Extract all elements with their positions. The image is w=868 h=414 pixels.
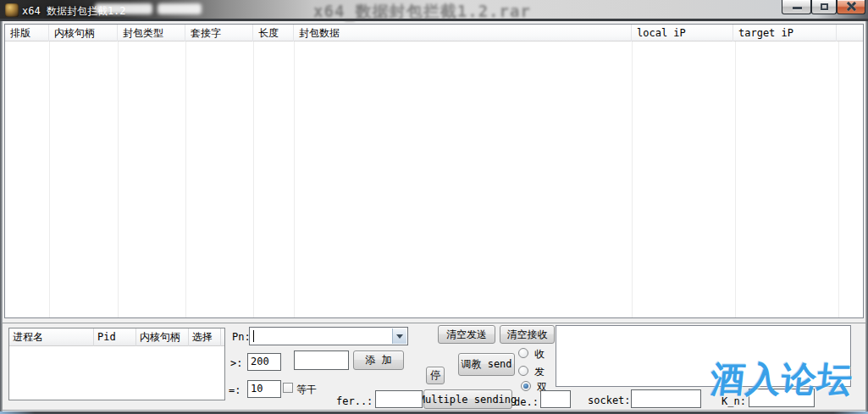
process-table[interactable]: 进程名 Pid 内核句柄 选择 xyxy=(8,328,225,400)
maximize-button[interactable] xyxy=(811,0,837,14)
maximize-icon xyxy=(821,3,828,10)
clear-receive-button[interactable]: 清空接收 xyxy=(500,325,555,344)
column-header-pid[interactable]: Pid xyxy=(94,328,136,346)
column-separator xyxy=(253,41,254,317)
equals-input[interactable]: 10 xyxy=(247,380,281,398)
packet-list-header: 排版 内核句柄 封包类型 套接字 长度 封包数据 local iP target… xyxy=(5,25,863,41)
column-separator xyxy=(838,41,839,317)
redacted-blur xyxy=(95,3,152,14)
stop-button[interactable]: 停 xyxy=(426,367,445,384)
pn-label: Pn: xyxy=(232,331,251,343)
column-separator xyxy=(294,41,295,317)
text-caret xyxy=(253,330,254,342)
equals-checkbox[interactable] xyxy=(283,383,293,393)
add-button[interactable]: 添 加 xyxy=(353,351,404,370)
column-header-type[interactable]: 封包类型 xyxy=(118,25,185,41)
redacted-blur xyxy=(158,3,202,14)
fer-label: fer..: xyxy=(336,395,373,407)
forum-watermark: 酒入论坛 xyxy=(708,356,855,403)
socket-label: socket: xyxy=(588,395,631,406)
column-header-local-ip[interactable]: local iP xyxy=(632,25,733,41)
column-header-filler xyxy=(221,328,224,346)
equals-label: =: xyxy=(229,384,240,396)
radio-both[interactable] xyxy=(521,381,531,391)
process-table-header: 进程名 Pid 内核句柄 选择 xyxy=(9,328,224,346)
column-header-process-name[interactable]: 进程名 xyxy=(9,328,94,346)
close-icon xyxy=(846,1,857,12)
tune-send-button[interactable]: 调教 send xyxy=(458,353,515,376)
clear-send-button[interactable]: 清空发送 xyxy=(438,325,495,344)
column-separator xyxy=(118,41,119,317)
radio-receive-label[interactable]: 收 xyxy=(534,347,545,362)
column-header-kernel-handle[interactable]: 内核句柄 xyxy=(136,328,189,346)
column-header-filler xyxy=(837,25,863,41)
column-separator xyxy=(632,41,633,317)
app-window: x64 数据封包拦截1.2 x64_数据封包拦截1.2.rar 排版 内核句柄 … xyxy=(0,0,868,414)
multiple-sending-button[interactable]: Multiple sending xyxy=(423,389,512,409)
de-label: de.: xyxy=(514,396,539,408)
column-header-handle[interactable]: 内核句柄 xyxy=(49,25,118,41)
de-input[interactable] xyxy=(540,390,571,408)
add-value-input[interactable] xyxy=(294,351,349,370)
dropdown-arrow-icon[interactable] xyxy=(392,328,406,344)
minimize-button[interactable] xyxy=(782,0,811,14)
column-header-data[interactable]: 封包数据 xyxy=(294,25,632,41)
column-header-target-ip[interactable]: target iP xyxy=(733,25,837,41)
column-separator xyxy=(49,41,50,317)
minimize-icon xyxy=(793,7,802,9)
app-icon xyxy=(5,3,19,17)
pn-combobox[interactable] xyxy=(249,327,408,345)
packet-list[interactable]: 排版 内核句柄 封包类型 套接字 长度 封包数据 local iP target… xyxy=(4,24,864,318)
radio-send[interactable] xyxy=(518,366,528,376)
column-header-select[interactable]: 选择 xyxy=(189,328,221,346)
radio-send-label[interactable]: 发 xyxy=(534,365,545,379)
equals-checkbox-label[interactable]: 等干 xyxy=(296,383,317,397)
background-window-title: x64_数据封包拦截1.2.rar xyxy=(313,1,531,23)
title-bar[interactable]: x64 数据封包拦截1.2 x64_数据封包拦截1.2.rar xyxy=(0,0,868,21)
column-header-paiban[interactable]: 排版 xyxy=(5,25,49,41)
column-separator xyxy=(735,41,736,317)
radio-receive[interactable] xyxy=(518,348,528,358)
close-button[interactable] xyxy=(837,0,865,14)
socket-input[interactable] xyxy=(631,389,701,408)
column-separator xyxy=(185,41,186,317)
greater-than-input[interactable]: 200 xyxy=(247,353,281,371)
column-header-socket[interactable]: 套接字 xyxy=(185,25,253,41)
column-header-length[interactable]: 长度 xyxy=(253,25,294,41)
greater-than-label: >: xyxy=(230,357,242,369)
fer-input[interactable] xyxy=(375,390,423,408)
